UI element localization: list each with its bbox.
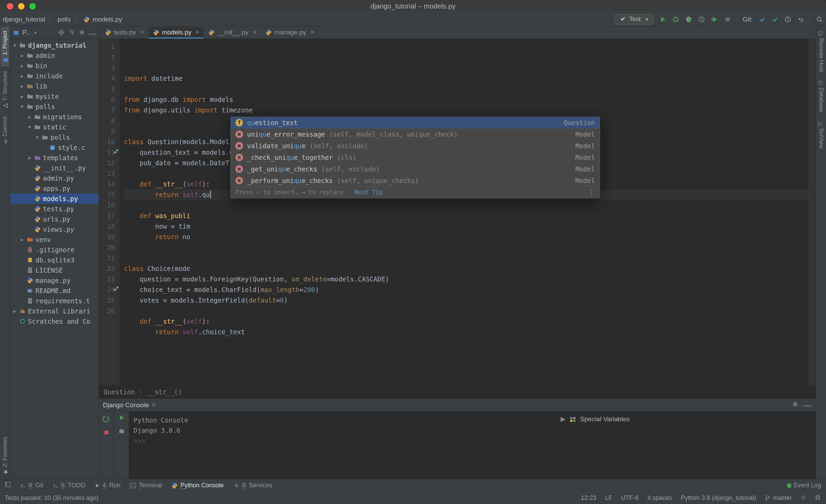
stop-button[interactable] — [102, 428, 111, 437]
sciview-tool-tab[interactable]: SciView — [817, 117, 826, 153]
console-variables[interactable]: ▶ Special Variables — [555, 412, 816, 479]
toolwindow-tab[interactable]: 4: Run — [95, 482, 120, 489]
code-line[interactable]: choice_text = models.CharField(max_lengt… — [124, 285, 808, 295]
gutter-line[interactable]: 3 — [99, 63, 115, 73]
autocomplete-item[interactable]: m_perform_unique_checks(self, unique_che… — [231, 175, 600, 186]
tree-row[interactable]: templates — [10, 153, 98, 163]
tree-row[interactable]: tests.py — [10, 204, 98, 214]
status-git-branch[interactable]: master — [765, 494, 792, 502]
tree-row[interactable]: External Librari — [10, 306, 98, 316]
commit-tool-tab[interactable]: Commit — [1, 112, 10, 148]
close-tab-icon[interactable]: × — [140, 28, 144, 36]
code-breadcrumb-seg[interactable]: __str__() — [147, 388, 182, 396]
toolwindow-tab[interactable]: Python Console — [171, 482, 224, 489]
code-line[interactable] — [124, 84, 808, 94]
breadcrumb-seg[interactable]: polls — [58, 16, 71, 23]
close-tab-icon[interactable]: × — [253, 28, 257, 36]
editor-tab[interactable]: __init__.py× — [204, 27, 261, 39]
tree-row[interactable]: #style.c — [10, 142, 98, 153]
tree-row[interactable]: polls — [10, 102, 98, 112]
project-tree[interactable]: django_tutorialadminbinincludelibmysitep… — [10, 39, 98, 479]
remote-host-tool-tab[interactable]: Remote Host — [817, 27, 826, 76]
sidebar-title[interactable]: P... — [22, 29, 31, 36]
structure-tool-tab[interactable]: 7: Structure — [1, 67, 10, 112]
execute-button[interactable] — [118, 414, 125, 422]
coverage-button[interactable] — [685, 16, 692, 23]
hide-panel-button[interactable]: — — [804, 400, 812, 410]
gutter-line[interactable]: 23 — [99, 274, 115, 285]
autocomplete-item[interactable]: mvalidate_unique(self, exclude)Model — [231, 140, 600, 152]
editor-tab[interactable]: tests.py× — [101, 27, 148, 39]
profile-button[interactable] — [698, 16, 705, 23]
tree-row[interactable]: polls — [10, 132, 98, 142]
tree-caret-icon[interactable] — [20, 234, 25, 245]
code-line[interactable]: class Choice(mode — [124, 263, 808, 274]
gutter-line[interactable]: 10 — [99, 137, 115, 147]
tree-caret-icon[interactable] — [20, 71, 25, 81]
status-line-ending[interactable]: LF — [605, 494, 612, 502]
tree-row[interactable]: urls.py — [10, 214, 98, 224]
status-clock[interactable]: 12:23 — [581, 494, 596, 502]
code-line[interactable] — [124, 337, 808, 348]
tree-caret-icon[interactable] — [12, 40, 17, 50]
gutter-line[interactable]: 21 — [99, 253, 115, 263]
breadcrumb-seg[interactable]: models.py — [93, 16, 122, 23]
settings-gear-icon[interactable] — [792, 401, 799, 409]
code-line[interactable] — [124, 200, 808, 211]
tree-caret-icon[interactable] — [27, 122, 32, 132]
override-marker-icon[interactable] — [113, 285, 119, 295]
tree-row[interactable]: admin.py — [10, 173, 98, 183]
gutter-line[interactable]: 22 — [99, 263, 115, 274]
tree-row[interactable]: static — [10, 122, 98, 132]
tree-row[interactable]: lib — [10, 81, 98, 91]
run-button[interactable] — [659, 16, 667, 23]
gutter-line[interactable]: 25 — [99, 295, 115, 306]
toolwindow-tab[interactable]: 6: TODO — [53, 482, 85, 489]
project-tool-tab[interactable]: 1: Project — [1, 27, 10, 67]
tree-caret-icon[interactable] — [20, 102, 25, 112]
processes-icon[interactable] — [815, 494, 821, 502]
tree-row[interactable]: migrations — [10, 112, 98, 122]
code-line[interactable] — [124, 306, 808, 316]
code-line[interactable]: import datetime — [124, 73, 808, 84]
tree-row[interactable]: include — [10, 71, 98, 81]
tree-row[interactable]: manage.py — [10, 275, 98, 286]
gutter-line[interactable]: 9 — [99, 126, 115, 137]
gutter-line[interactable]: 12 — [99, 158, 115, 168]
tree-row[interactable]: bin — [10, 61, 98, 71]
run-config-dropdown[interactable]: Test: ▾ — [614, 14, 654, 25]
minimize-window-button[interactable] — [18, 3, 25, 10]
toolwindow-tab[interactable]: 8: Services — [233, 482, 273, 489]
code-line[interactable]: now = tim — [124, 221, 808, 232]
tree-row[interactable]: views.py — [10, 224, 98, 234]
git-update-button[interactable] — [758, 16, 766, 23]
editor-scrollbar[interactable] — [808, 39, 816, 385]
code-line[interactable]: def was_publi — [124, 211, 808, 221]
tree-row[interactable]: admin — [10, 50, 98, 61]
event-log-button[interactable]: Event Log — [787, 482, 821, 489]
tree-caret-icon[interactable] — [20, 50, 25, 61]
status-indent[interactable]: 4 spaces — [647, 494, 672, 502]
tree-row[interactable]: LICENSE — [10, 265, 98, 275]
autocomplete-item[interactable]: m_get_unique_checks(self, exclude)Model — [231, 163, 600, 175]
attach-button[interactable] — [711, 16, 718, 23]
gutter-line[interactable]: 1 — [99, 42, 115, 52]
zoom-window-button[interactable] — [29, 3, 36, 10]
kebab-menu-icon[interactable]: ⋮ — [587, 187, 595, 198]
breadcrumb[interactable]: django_tutorial 〉 polls 〉 models.py — [3, 15, 122, 24]
code-breadcrumb[interactable]: Question › __str__() — [99, 385, 816, 398]
tree-caret-icon[interactable] — [12, 306, 17, 316]
code-line[interactable]: question = models.ForeignKey(Question, o… — [124, 274, 808, 285]
code-line[interactable]: votes = models.IntegerField(default=0) — [124, 295, 808, 306]
gutter-line[interactable]: 13 — [99, 168, 115, 179]
gutter-line[interactable]: 24 — [99, 285, 115, 295]
close-tab-icon[interactable]: × — [310, 28, 315, 36]
status-interpreter[interactable]: Python 3.8 (django_tutorial) — [681, 494, 756, 502]
debug-button[interactable] — [672, 16, 679, 23]
git-history-button[interactable] — [784, 16, 792, 23]
gutter-line[interactable]: 17 — [99, 211, 115, 221]
tree-row[interactable]: db.sqlite3 — [10, 255, 98, 265]
code-line[interactable]: return no — [124, 232, 808, 242]
tree-row[interactable]: Scratches and Co — [10, 316, 98, 326]
gutter-line[interactable]: 5 — [99, 84, 115, 94]
